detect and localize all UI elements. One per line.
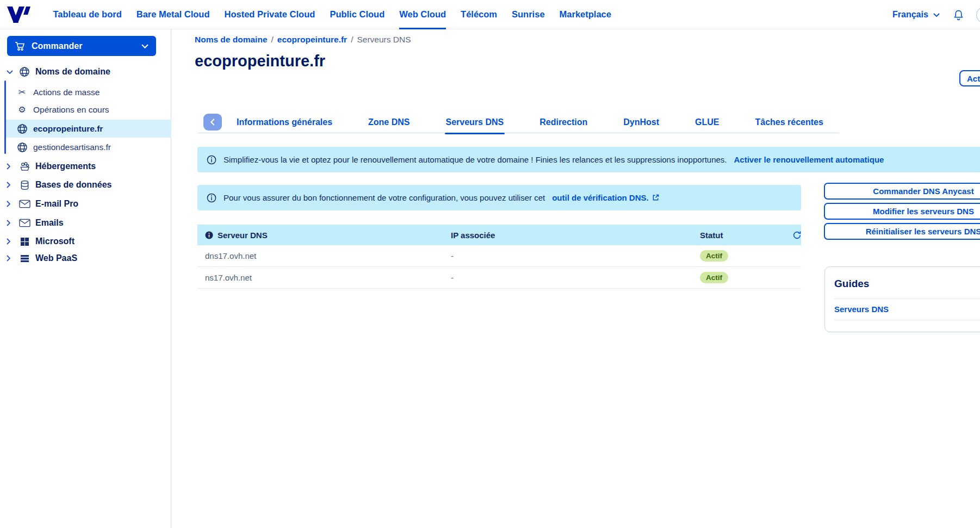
sidebar-item-label: ecopropeinture.fr <box>33 124 103 134</box>
globe-icon <box>16 142 28 153</box>
tab-bar: Informations générales Zone DNS Serveurs… <box>197 111 839 133</box>
status-badge: Actif <box>700 272 728 283</box>
product-nav: Tableau de bord Bare Metal Cloud Hosted … <box>46 0 618 29</box>
sidebar-item-gestiondesartisans-fr[interactable]: gestiondesartisans.fr <box>0 139 171 156</box>
reset-dns-servers-button[interactable]: Réinitialiser les serveurs DNS <box>824 223 980 240</box>
external-link-icon <box>652 194 659 201</box>
language-selector[interactable]: Français <box>892 10 940 20</box>
guide-link-serveurs-dns[interactable]: Serveurs DNS <box>834 305 889 314</box>
chevron-right-icon <box>7 201 14 207</box>
topnav-item-telecom[interactable]: Télécom <box>461 0 497 29</box>
account-menu[interactable] <box>976 7 980 23</box>
tab-informations-generales[interactable]: Informations générales <box>237 111 332 133</box>
tab-dynhost[interactable]: DynHost <box>623 111 659 133</box>
topnav-item-bare-metal-cloud[interactable]: Bare Metal Cloud <box>137 0 210 29</box>
tab-serveurs-dns[interactable]: Serveurs DNS <box>446 111 504 133</box>
status-badge: Actif <box>700 250 728 262</box>
envelope-icon <box>18 200 30 208</box>
breadcrumb-separator: / <box>271 35 274 44</box>
bell-icon <box>953 9 964 21</box>
chevron-down-icon <box>933 13 940 17</box>
notifications-button[interactable] <box>953 9 964 21</box>
order-button[interactable]: Commander <box>7 36 156 56</box>
sidebar-group-bases-de-donnees[interactable]: Bases de données <box>0 176 171 194</box>
sidebar-group-label: Noms de domaine <box>35 67 110 77</box>
chevron-right-icon <box>7 220 14 226</box>
chevron-down-icon <box>141 44 148 48</box>
sidebar-group-emails[interactable]: Emails <box>0 214 171 232</box>
sidebar-group-noms-de-domaine[interactable]: Noms de domaine <box>0 63 171 80</box>
globe-icon <box>16 123 28 134</box>
column-header-serveur-dns: Serveur DNS <box>218 231 268 240</box>
chevron-down-icon <box>7 70 14 74</box>
sidebar-item-operations-en-cours[interactable]: ⚙ Opérations en cours <box>0 101 171 119</box>
globe-icon <box>18 66 30 77</box>
dns-server-ip: - <box>451 251 700 260</box>
breadcrumb-current: Serveurs DNS <box>357 35 411 44</box>
sidebar: Commander Noms de domaine ✂ Actions de m… <box>0 29 171 528</box>
sidebar-item-label: Opérations en cours <box>33 105 109 115</box>
chevron-left-icon <box>210 119 215 126</box>
actions-button[interactable]: Actions <box>959 70 980 86</box>
sidebar-group-label: E-mail Pro <box>35 199 78 209</box>
sidebar-item-label: Actions de masse <box>33 88 100 97</box>
topnav-item-sunrise[interactable]: Sunrise <box>512 0 545 29</box>
guides-title: Guides <box>834 278 980 290</box>
info-icon <box>207 155 216 165</box>
sidebar-item-label: gestiondesartisans.fr <box>33 142 111 152</box>
activate-auto-renewal-link[interactable]: Activer le renouvellement automatique <box>734 155 884 164</box>
order-dns-anycast-button[interactable]: Commander DNS Anycast <box>824 183 980 200</box>
tab-glue[interactable]: GLUE <box>695 111 719 133</box>
topnav-item-tableau-de-bord[interactable]: Tableau de bord <box>53 0 122 29</box>
chevron-right-icon <box>7 182 14 188</box>
sidebar-group-microsoft[interactable]: Microsoft <box>0 233 171 250</box>
sidebar-group-label: Hébergements <box>35 161 96 171</box>
sidebar-group-hebergements[interactable]: Hébergements <box>0 158 171 175</box>
dns-check-tool-link[interactable]: outil de vérification DNS. <box>552 193 659 202</box>
dns-server-name: ns17.ovh.net <box>197 273 451 282</box>
info-icon <box>207 193 216 203</box>
sidebar-group-label: Bases de données <box>35 180 112 190</box>
guides-card: Guides Serveurs DNS <box>824 266 980 332</box>
topnav-item-marketplace[interactable]: Marketplace <box>560 0 611 29</box>
chevron-right-icon <box>7 238 14 245</box>
dns-check-info-banner: Pour vous assurer du bon fonctionnement … <box>197 185 801 210</box>
gear-icon: ⚙ <box>16 105 28 114</box>
top-navbar: Tableau de bord Bare Metal Cloud Hosted … <box>0 0 980 29</box>
banner-text: Pour vous assurer du bon fonctionnement … <box>224 193 545 202</box>
tab-taches-recentes[interactable]: Tâches récentes <box>755 111 823 133</box>
sidebar-item-actions-de-masse[interactable]: ✂ Actions de masse <box>0 84 171 101</box>
stacked-layers-icon <box>18 254 30 263</box>
ovhcloud-logo[interactable] <box>7 5 30 24</box>
topnav-item-hosted-private-cloud[interactable]: Hosted Private Cloud <box>225 0 315 29</box>
tabs-scroll-left-button[interactable] <box>203 114 222 131</box>
cart-icon <box>15 41 26 51</box>
dns-server-ip: - <box>451 273 700 282</box>
table-header-row: Serveur DNS IP associée Statut <box>197 225 801 245</box>
database-icon <box>18 180 30 190</box>
topnav-item-web-cloud[interactable]: Web Cloud <box>399 0 446 29</box>
modify-dns-servers-button[interactable]: Modifier les serveurs DNS <box>824 203 980 220</box>
sidebar-group-label: Web PaaS <box>35 253 77 263</box>
breadcrumb: Noms de domaine/ecopropeinture.fr/Serveu… <box>195 35 411 45</box>
breadcrumb-link-noms-de-domaine[interactable]: Noms de domaine <box>195 35 268 44</box>
topnav-item-public-cloud[interactable]: Public Cloud <box>330 0 384 29</box>
breadcrumb-separator: / <box>351 35 353 44</box>
sidebar-group-web-paas[interactable]: Web PaaS <box>0 250 171 267</box>
banner-text: Simplifiez-vous la vie et optez pour le … <box>224 155 727 164</box>
column-header-ip-associee: IP associée <box>451 231 700 240</box>
breadcrumb-link-ecopropeinture-fr[interactable]: ecopropeinture.fr <box>277 35 347 44</box>
language-label: Français <box>892 10 928 20</box>
tab-redirection[interactable]: Redirection <box>539 111 587 133</box>
sidebar-group-label: Emails <box>35 218 64 228</box>
sidebar-group-label: Microsoft <box>35 237 75 246</box>
order-button-label: Commander <box>32 41 82 51</box>
sidebar-group-email-pro[interactable]: E-mail Pro <box>0 195 171 213</box>
refresh-button[interactable] <box>792 231 802 240</box>
renewal-info-banner: Simplifiez-vous la vie et optez pour le … <box>197 147 980 172</box>
dns-check-tool-link-label: outil de vérification DNS. <box>552 193 649 202</box>
sidebar-item-ecopropeinture-fr[interactable]: ecopropeinture.fr <box>6 120 171 138</box>
tab-zone-dns[interactable]: Zone DNS <box>368 111 410 133</box>
topbar-right-cluster: Français <box>892 0 980 29</box>
info-icon <box>205 231 213 239</box>
